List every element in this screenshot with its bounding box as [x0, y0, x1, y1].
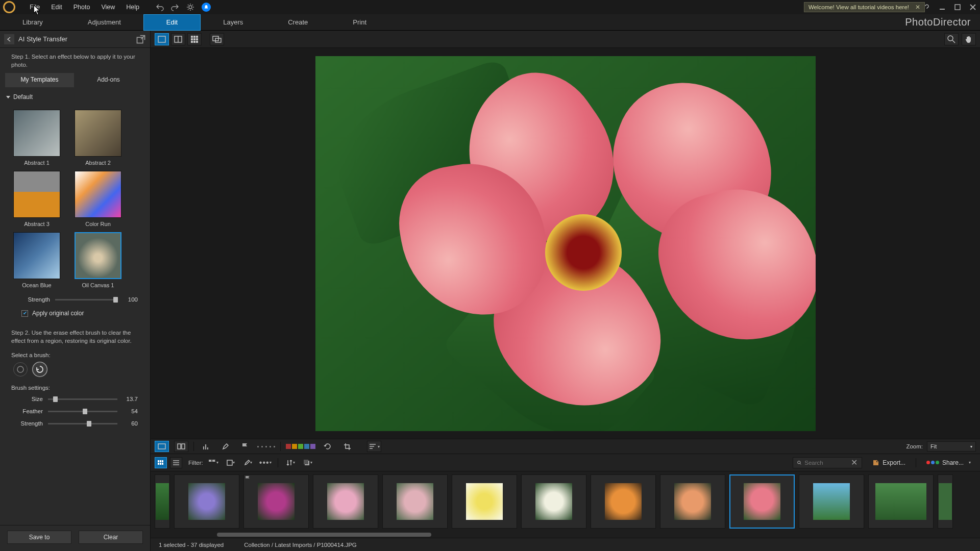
svg-rect-8 — [191, 36, 193, 38]
gear-icon[interactable] — [186, 3, 194, 11]
zoom-tool-icon[interactable] — [944, 33, 959, 45]
strength-slider[interactable] — [55, 299, 117, 300]
view-split-icon[interactable] — [171, 33, 185, 45]
svg-rect-22 — [178, 444, 181, 449]
film-item[interactable] — [452, 474, 517, 529]
minimize-icon[interactable] — [938, 4, 946, 11]
template-oil-canvas-1[interactable]: Oil Canvas 1 — [75, 232, 121, 288]
tab-print[interactable]: Print — [330, 14, 389, 31]
view-toolbar — [151, 31, 980, 48]
svg-rect-41 — [304, 460, 308, 464]
film-item[interactable] — [243, 474, 309, 529]
export-button[interactable]: Export... — [867, 457, 911, 468]
thumb-label: Abstract 2 — [85, 160, 111, 166]
filter-flag-icon[interactable]: ▾ — [206, 457, 220, 468]
compare-single-icon[interactable] — [155, 441, 169, 452]
canvas[interactable] — [151, 48, 980, 439]
share-button[interactable]: Share... ▾ — [921, 457, 976, 468]
apply-original-checkbox[interactable] — [21, 310, 28, 317]
tab-create[interactable]: Create — [265, 14, 330, 31]
zoom-select[interactable]: Fit▾ — [927, 441, 976, 452]
search-box[interactable]: ✕ — [793, 457, 862, 468]
left-panel: AI Style Transfer Step 1. Select an effe… — [0, 31, 151, 551]
share-icon — [926, 461, 939, 464]
tutorial-close-icon[interactable]: ✕ — [915, 4, 920, 11]
template-abstract-3[interactable]: Abstract 3 — [13, 171, 60, 227]
strip-view-list-icon[interactable] — [170, 457, 182, 468]
stack-icon[interactable]: ▾ — [301, 457, 315, 468]
filmstrip[interactable] — [151, 471, 980, 532]
template-color-run[interactable]: Color Run — [75, 171, 121, 227]
flag-icon[interactable] — [238, 441, 252, 452]
brush-edit-icon[interactable] — [218, 441, 233, 452]
menu-photo[interactable]: Photo — [68, 2, 95, 13]
film-item[interactable] — [521, 474, 586, 529]
tab-library[interactable]: Library — [0, 14, 65, 31]
view-secondary-icon[interactable] — [210, 33, 224, 45]
film-item[interactable] — [938, 474, 953, 529]
strip-view-grid-icon[interactable] — [155, 457, 167, 468]
notification-bell-icon[interactable] — [202, 3, 211, 12]
hand-tool-icon[interactable] — [962, 33, 976, 45]
svg-point-4 — [17, 366, 23, 372]
filter-label-icon[interactable]: ▾ — [224, 457, 238, 468]
compare-side-icon[interactable] — [174, 441, 188, 452]
svg-rect-33 — [158, 463, 159, 465]
popout-icon[interactable] — [136, 34, 146, 44]
tutorial-banner[interactable]: Welcome! View all tutorial videos here! … — [804, 2, 925, 12]
size-slider[interactable] — [48, 398, 117, 400]
svg-rect-23 — [182, 444, 185, 449]
undo-icon[interactable] — [156, 3, 164, 11]
film-item[interactable] — [660, 474, 725, 529]
strength2-slider[interactable] — [48, 423, 117, 424]
crop-icon[interactable] — [340, 441, 354, 452]
tab-edit[interactable]: Edit — [143, 14, 201, 31]
film-item[interactable] — [155, 474, 170, 529]
sort-icon[interactable]: ▾ — [283, 457, 298, 468]
clear-button[interactable]: Clear — [79, 531, 143, 544]
histogram-icon[interactable] — [199, 441, 213, 452]
film-item[interactable] — [799, 474, 864, 529]
film-item[interactable] — [313, 474, 378, 529]
film-item[interactable] — [591, 474, 656, 529]
film-item[interactable] — [382, 474, 448, 529]
menu-help[interactable]: Help — [121, 2, 144, 13]
size-value: 13.7 — [122, 396, 138, 402]
template-ocean-blue[interactable]: Ocean Blue — [13, 232, 60, 288]
view-single-icon[interactable] — [155, 33, 169, 45]
template-abstract-2[interactable]: Abstract 2 — [75, 110, 121, 166]
brush-erase-icon[interactable] — [13, 362, 28, 377]
close-icon[interactable] — [969, 4, 977, 11]
filter-more-icon[interactable]: •••▾ — [258, 457, 273, 468]
help-icon[interactable] — [923, 4, 931, 11]
redo-icon[interactable] — [171, 3, 179, 11]
svg-point-42 — [798, 461, 800, 463]
save-to-button[interactable]: Save to — [7, 531, 71, 544]
tab-layers[interactable]: Layers — [201, 14, 265, 31]
tab-adjustment[interactable]: Adjustment — [65, 14, 143, 31]
subtab-my-templates[interactable]: My Templates — [5, 73, 74, 87]
film-item[interactable] — [174, 474, 239, 529]
color-labels[interactable] — [286, 444, 315, 449]
svg-rect-34 — [160, 463, 161, 465]
brush-restore-icon[interactable] — [33, 362, 47, 377]
rotate-icon[interactable] — [321, 441, 335, 452]
zoom-label: Zoom: — [906, 443, 923, 449]
view-grid-icon[interactable] — [187, 33, 202, 45]
menu-view[interactable]: View — [96, 2, 120, 13]
sort-menu-icon[interactable]: ▾ — [367, 441, 381, 452]
filter-edit-icon[interactable]: ▾ — [241, 457, 255, 468]
menu-edit[interactable]: Edit — [46, 2, 67, 13]
template-abstract-1[interactable]: Abstract 1 — [13, 110, 60, 166]
maximize-icon[interactable] — [953, 4, 962, 11]
star-rating[interactable] — [257, 446, 275, 447]
film-item-selected[interactable] — [729, 474, 795, 529]
feather-slider[interactable] — [48, 411, 117, 412]
section-default[interactable]: Default — [0, 90, 148, 104]
filmstrip-scrollbar[interactable] — [151, 532, 980, 538]
search-clear-icon[interactable]: ✕ — [851, 458, 857, 467]
search-input[interactable] — [804, 460, 848, 466]
subtab-addons[interactable]: Add-ons — [74, 73, 143, 87]
back-button[interactable] — [4, 34, 14, 44]
film-item[interactable] — [868, 474, 934, 529]
